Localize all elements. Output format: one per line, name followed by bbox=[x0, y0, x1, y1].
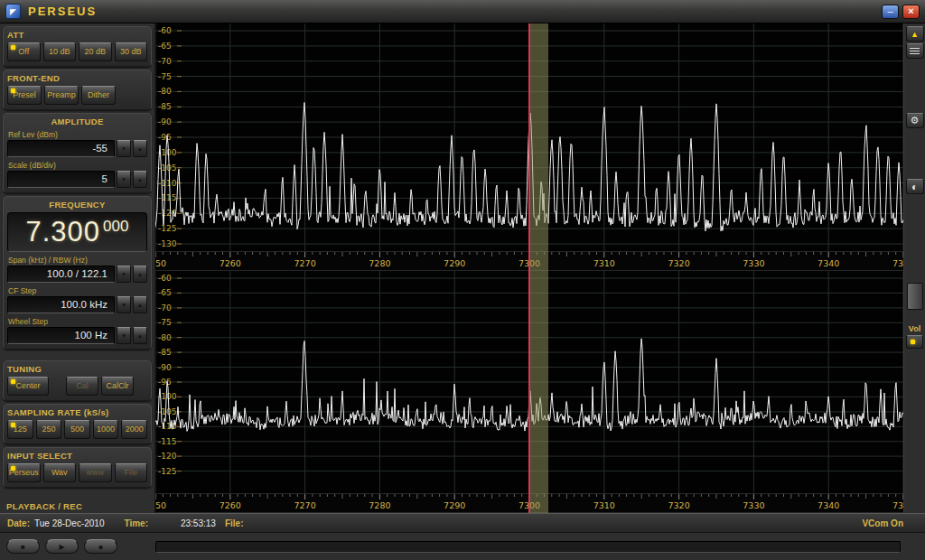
svg-text:7270: 7270 bbox=[294, 500, 316, 510]
svg-text:7250: 7250 bbox=[155, 258, 166, 268]
axis-tick-labels: 7250726072707280729073007310732073307340… bbox=[155, 500, 903, 510]
tuning-cal-button[interactable]: Cal bbox=[66, 377, 98, 396]
scroll-up-button[interactable]: ▲ bbox=[906, 26, 924, 42]
span-decrement-button[interactable]: ▼ bbox=[117, 266, 131, 283]
svg-text:-95: -95 bbox=[158, 378, 172, 387]
svg-text:7310: 7310 bbox=[593, 500, 615, 510]
scale-value[interactable]: 5 bbox=[7, 171, 115, 188]
arrow-down-icon: ▼ bbox=[121, 332, 126, 339]
led-indicator bbox=[11, 423, 15, 427]
input-select-buttons: PerseusWavwwwFile bbox=[7, 463, 147, 482]
tuning-calclr-button[interactable]: CalClr bbox=[101, 377, 134, 396]
main-spectrum-panel[interactable]: -60-65-70-75-80-85-90-95-100-105-110-115… bbox=[155, 23, 903, 251]
svg-text:7290: 7290 bbox=[444, 258, 465, 268]
playback-rec-section: PLAYBACK / REC bbox=[3, 499, 152, 511]
stop-button[interactable]: ■ bbox=[6, 539, 40, 554]
front-end-presel-button[interactable]: Presel bbox=[7, 86, 42, 105]
title-bar[interactable]: ◤ PERSEUS – × bbox=[0, 0, 925, 23]
att-10-db-button[interactable]: 10 dB bbox=[43, 42, 77, 61]
frequency-axis-main: 7250726072707280729073007310732073307340… bbox=[155, 251, 903, 271]
sampling-rate-500-button[interactable]: 500 bbox=[64, 420, 90, 439]
input-select-perseus-button[interactable]: Perseus bbox=[7, 463, 41, 482]
wheel-step-label: Wheel Step bbox=[8, 317, 146, 326]
front-end-buttons: PreselPreampDither bbox=[7, 86, 147, 105]
play-button[interactable]: ▶ bbox=[45, 539, 79, 554]
input-select-file-button[interactable]: File bbox=[115, 463, 148, 482]
front-end-section: FRONT-END PreselPreampDither bbox=[3, 70, 152, 110]
input-select-section: INPUT SELECT PerseusWavwwwFile bbox=[3, 447, 152, 488]
contrast-button[interactable]: ◐ bbox=[906, 179, 924, 194]
front-end-preamp-button[interactable]: Preamp bbox=[44, 86, 79, 105]
arrow-up-icon: ▲ bbox=[137, 145, 143, 152]
span-control: 100.0 / 122.1 ▼ ▲ bbox=[7, 266, 147, 283]
sampling-rate-250-button[interactable]: 250 bbox=[36, 420, 62, 439]
record-icon: ● bbox=[98, 542, 103, 552]
scale-increment-button[interactable]: ▲ bbox=[133, 171, 147, 188]
sampling-rate-125-button[interactable]: 125 bbox=[7, 420, 33, 439]
wheel-step-increment-button[interactable]: ▲ bbox=[133, 327, 147, 344]
time-label: Time: bbox=[124, 518, 148, 528]
arrow-up-icon: ▲ bbox=[137, 271, 143, 277]
ref-lev-decrement-button[interactable]: ▼ bbox=[117, 140, 131, 157]
button-label: Cal bbox=[76, 381, 89, 390]
span-increment-button[interactable]: ▲ bbox=[133, 266, 147, 283]
ref-lev-increment-button[interactable]: ▲ bbox=[133, 140, 147, 157]
button-label: 30 dB bbox=[120, 47, 142, 56]
close-button[interactable]: × bbox=[902, 5, 920, 19]
scrollbar-thumb[interactable] bbox=[907, 283, 923, 310]
svg-text:7300: 7300 bbox=[519, 500, 540, 510]
time-value: 23:53:13 bbox=[181, 518, 216, 528]
secondary-spectrum-panel[interactable]: -60-65-70-75-80-85-90-95-100-105-110-115… bbox=[155, 271, 903, 493]
svg-text:-65: -65 bbox=[158, 288, 172, 297]
wheel-step-value[interactable]: 100 Hz bbox=[7, 327, 115, 344]
tuning-center-button[interactable]: Center bbox=[7, 377, 49, 396]
logo-glyph: ◤ bbox=[10, 7, 16, 16]
cf-step-value[interactable]: 100.0 kHz bbox=[7, 296, 115, 313]
sampling-rate-1000-button[interactable]: 1000 bbox=[93, 420, 119, 439]
ref-lev-value[interactable]: -55 bbox=[7, 140, 115, 157]
frequency-mhz-digits[interactable]: 7.300 bbox=[26, 216, 101, 248]
frequency-display[interactable]: 7.300 000 bbox=[7, 212, 147, 252]
main-spectrum-canvas[interactable]: -60-65-70-75-80-85-90-95-100-105-110-115… bbox=[155, 23, 903, 251]
svg-text:7340: 7340 bbox=[818, 258, 839, 268]
scale-decrement-button[interactable]: ▼ bbox=[117, 171, 131, 188]
scale-control: 5 ▼ ▲ bbox=[7, 171, 147, 188]
svg-text:7330: 7330 bbox=[743, 500, 764, 510]
cf-step-increment-button[interactable]: ▲ bbox=[133, 296, 147, 313]
att-buttons: Off10 dB20 dB30 dB bbox=[7, 42, 147, 61]
cf-step-decrement-button[interactable]: ▼ bbox=[117, 296, 131, 313]
button-label: 125 bbox=[14, 425, 27, 434]
sampling-rate-section-label: SAMPLING RATE (kS/s) bbox=[7, 407, 147, 417]
button-label: 20 dB bbox=[84, 47, 106, 56]
tuning-section: TUNING CenterCalCalClr bbox=[3, 360, 152, 401]
svg-text:7340: 7340 bbox=[818, 500, 839, 510]
att-20-db-button[interactable]: 20 dB bbox=[79, 42, 112, 61]
input-select-wav-button[interactable]: Wav bbox=[43, 463, 77, 482]
sampling-rate-2000-button[interactable]: 2000 bbox=[121, 420, 147, 439]
button-label: Presel bbox=[13, 90, 36, 99]
frequency-hz-digits[interactable]: 000 bbox=[103, 218, 128, 236]
record-button[interactable]: ● bbox=[84, 539, 117, 554]
axis-tick-labels: 7250726072707280729073007310732073307340… bbox=[155, 258, 903, 268]
control-sidebar: ATT Off10 dB20 dB30 dB FRONT-END PreselP… bbox=[0, 23, 155, 513]
svg-text:7300: 7300 bbox=[519, 258, 540, 268]
wheel-step-decrement-button[interactable]: ▼ bbox=[117, 327, 131, 344]
secondary-spectrum-canvas[interactable]: -60-65-70-75-80-85-90-95-100-105-110-115… bbox=[155, 271, 903, 493]
horizontal-scrollbar[interactable] bbox=[155, 541, 901, 553]
svg-text:7260: 7260 bbox=[220, 500, 241, 510]
arrow-up-icon: ▲ bbox=[137, 332, 143, 339]
svg-text:-115: -115 bbox=[158, 437, 176, 446]
span-rbw-value[interactable]: 100.0 / 122.1 bbox=[7, 266, 115, 283]
perseus-window: ◤ PERSEUS – × ATT Off10 dB20 dB30 dB FRO… bbox=[0, 0, 925, 560]
front-end-dither-button[interactable]: Dither bbox=[81, 86, 116, 105]
att-30-db-button[interactable]: 30 dB bbox=[115, 42, 148, 61]
att-off-button[interactable]: Off bbox=[7, 42, 41, 61]
vol-button[interactable] bbox=[906, 335, 923, 349]
menu-button[interactable] bbox=[906, 43, 924, 59]
minimize-button[interactable]: – bbox=[882, 5, 899, 19]
vcom-status: VCom On bbox=[862, 518, 903, 528]
settings-button[interactable]: ⚙ bbox=[906, 113, 924, 128]
input-select-www-button[interactable]: www bbox=[79, 463, 112, 482]
att-section: ATT Off10 dB20 dB30 dB bbox=[3, 26, 152, 67]
svg-text:-60: -60 bbox=[158, 274, 172, 283]
